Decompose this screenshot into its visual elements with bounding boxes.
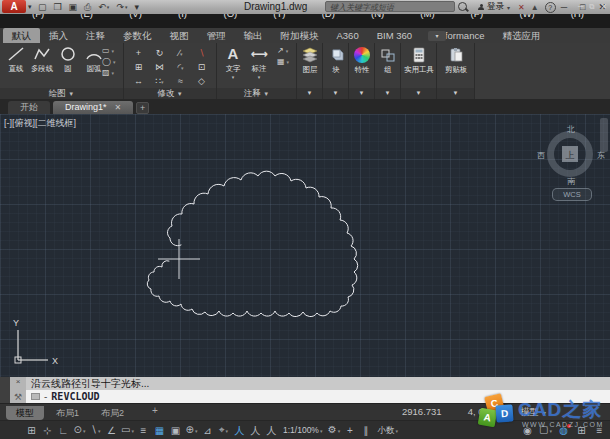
viewcube[interactable]: 上 北 南 西 东 xyxy=(546,130,594,178)
ribbon-tab[interactable]: A360 xyxy=(328,28,368,43)
trim-icon[interactable]: ∕ xyxy=(172,47,189,60)
annotation-scale-icon[interactable]: 人 xyxy=(265,421,278,439)
layout-tab[interactable]: 布局2 xyxy=(91,406,134,420)
doc-minimize-button[interactable]: ─ xyxy=(578,0,583,14)
layout-tab[interactable]: 模型 xyxy=(6,406,44,420)
command-history-line[interactable]: 沿云线路径引导十字光标... xyxy=(26,377,610,390)
explode-icon[interactable]: ◇ xyxy=(193,75,210,88)
minimize-button[interactable]: ─ xyxy=(561,0,567,14)
stretch-icon[interactable]: ↔ xyxy=(130,75,147,88)
clipboard-button[interactable]: 剪贴板 xyxy=(437,43,474,75)
polyline-button[interactable]: 多段线 xyxy=(30,46,54,75)
search-binoculars-icon[interactable] xyxy=(458,2,467,11)
viewcube-west[interactable]: 西 xyxy=(537,150,545,161)
annotation-add-icon[interactable]: + xyxy=(343,421,356,439)
properties-button[interactable]: 特性 xyxy=(349,43,374,75)
isolate-icon[interactable]: ∥ xyxy=(359,421,372,439)
quick-properties-icon[interactable]: ◉ xyxy=(521,421,534,439)
sign-in-button[interactable]: 登录 ▾ xyxy=(478,1,510,13)
command-window-grip[interactable]: × ⚒ xyxy=(0,377,26,403)
selection-cycling-icon[interactable]: ▣ xyxy=(169,421,182,439)
utilities-panel-caret[interactable]: ▼ xyxy=(401,88,436,99)
ribbon-tab[interactable]: 附加模块 xyxy=(272,28,328,43)
grid-icon[interactable]: ▦ xyxy=(153,421,166,439)
clean-screen-icon[interactable]: ⊞ xyxy=(575,421,588,439)
ribbon-tab[interactable]: 默认 xyxy=(3,28,40,43)
hatch-icon[interactable]: ▨ xyxy=(102,69,115,77)
file-tab-close-icon[interactable]: ✕ xyxy=(115,103,122,112)
search-input[interactable]: 键入关键字或短语 xyxy=(325,1,455,12)
text-button[interactable]: A 文字 ▾ xyxy=(221,46,245,79)
osnap-tracking-icon[interactable]: ∠ xyxy=(105,421,118,439)
recent-commands-icon[interactable] xyxy=(31,393,40,400)
help-icon[interactable]: ? xyxy=(545,2,556,13)
fillet-icon[interactable]: ◜ xyxy=(172,61,189,74)
annotation-monitor-icon[interactable]: ⌖ xyxy=(217,420,230,439)
command-input-line[interactable]: - REVCLOUD xyxy=(26,390,610,403)
table-icon[interactable]: ▦ xyxy=(277,58,289,66)
lineweight-icon[interactable]: ≡ xyxy=(137,421,150,439)
snap-mode-icon[interactable]: ⊹ xyxy=(41,421,54,439)
layers-button[interactable]: 图层 xyxy=(297,43,322,75)
doc-restore-button[interactable]: ⧉ xyxy=(589,0,594,14)
3d-osnap-icon[interactable]: ⊕ xyxy=(185,420,198,439)
file-tab-drawing1[interactable]: Drawing1*✕ xyxy=(53,101,133,114)
command-wrench-icon[interactable]: ⚒ xyxy=(14,392,22,402)
wcs-menu[interactable]: WCS xyxy=(552,188,592,201)
object-snap-icon[interactable]: ▭ xyxy=(121,420,134,439)
undo-icon[interactable]: ↶ xyxy=(98,0,109,14)
group-panel-caret[interactable]: ▼ xyxy=(375,88,400,99)
ribbon-tab[interactable]: 参数化 xyxy=(114,28,161,43)
polar-tracking-icon[interactable]: ⊙ xyxy=(73,420,86,439)
circle-button[interactable]: 圆 xyxy=(56,46,80,75)
customize-icon[interactable]: ≡ xyxy=(593,421,606,439)
doc-close-button[interactable]: ✕ xyxy=(601,0,607,14)
a360-icon[interactable]: ▲ xyxy=(531,3,539,12)
exchange-apps-icon[interactable]: ✕ xyxy=(518,3,525,12)
app-menu-caret-icon[interactable]: ▾ xyxy=(28,3,32,11)
file-tab-start[interactable]: 开始 xyxy=(8,101,50,114)
ribbon-display-toggle[interactable]: ▾ xyxy=(428,31,446,41)
ribbon-tab[interactable]: 视图 xyxy=(161,28,198,43)
scale-icon[interactable]: ⊡ xyxy=(193,61,210,74)
ribbon-tab[interactable]: 精选应用 xyxy=(493,28,549,43)
new-file-icon[interactable]: ▢ xyxy=(38,0,47,14)
layout-tab[interactable]: 布局1 xyxy=(46,406,89,420)
ribbon-tab[interactable]: 输出 xyxy=(235,28,272,43)
workspace-icon[interactable]: ⚙ xyxy=(327,420,340,439)
rectangle-icon[interactable]: ▭ xyxy=(102,47,115,55)
annotation-panel-title[interactable]: 注释 ▼ xyxy=(217,88,296,99)
new-drawing-button[interactable]: + xyxy=(136,102,149,114)
infer-constraints-icon[interactable]: ⊞ xyxy=(25,421,38,439)
new-layout-button[interactable]: + xyxy=(148,405,162,416)
ribbon-tab[interactable]: 注释 xyxy=(77,28,114,43)
navigation-bar[interactable] xyxy=(600,118,608,152)
block-button[interactable]: 块 xyxy=(323,43,348,75)
graphics-performance-icon[interactable]: ◍ xyxy=(557,421,570,439)
clipboard-panel-caret[interactable]: ▼ xyxy=(437,88,474,99)
command-close-icon[interactable]: × xyxy=(16,378,21,386)
leader-icon[interactable]: ↗ xyxy=(277,47,289,55)
open-file-icon[interactable]: ❒ xyxy=(54,0,62,14)
viewcube-top-face[interactable]: 上 xyxy=(562,146,578,162)
ribbon-tab[interactable]: 管理 xyxy=(198,28,235,43)
modify-panel-title[interactable]: 修改 ▼ xyxy=(124,88,216,99)
block-panel-caret[interactable]: ▼ xyxy=(323,88,348,99)
line-button[interactable]: 直线 xyxy=(4,46,28,75)
copy-icon[interactable]: ⊞ xyxy=(130,61,147,74)
properties-panel-caret[interactable]: ▼ xyxy=(349,88,374,99)
plot-icon[interactable]: ⎙ xyxy=(84,0,91,14)
dynamic-ucs-icon[interactable]: ⊿ xyxy=(201,421,214,439)
space-indicator[interactable]: 模型 xyxy=(520,406,546,419)
utilities-button[interactable]: 实用工具 xyxy=(401,43,436,75)
rotate-icon[interactable]: ↻ xyxy=(151,47,168,60)
ortho-icon[interactable]: ∟ xyxy=(57,421,70,439)
units-value[interactable]: 小数 xyxy=(375,421,400,439)
viewcube-north[interactable]: 北 xyxy=(567,124,575,135)
lock-ui-icon[interactable]: ▢ xyxy=(539,420,552,439)
ribbon-tab[interactable]: BIM 360 xyxy=(368,28,421,43)
erase-icon[interactable]: ∖ xyxy=(193,47,210,60)
group-button[interactable]: 组 xyxy=(375,43,400,75)
move-icon[interactable]: + xyxy=(130,47,147,60)
drawing-canvas[interactable]: [-][俯视][二维线框] Y X 上 北 南 西 东 WCS xyxy=(0,114,610,377)
